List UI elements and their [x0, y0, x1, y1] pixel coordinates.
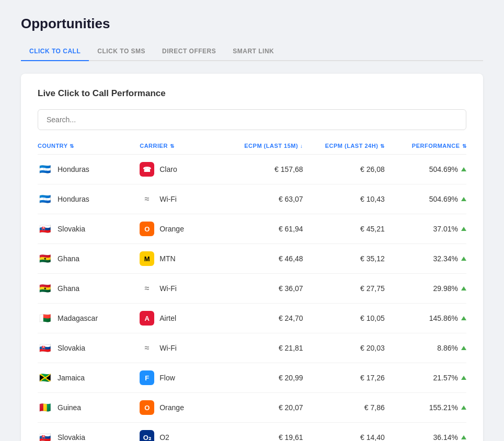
col-label-carrier: CARRIER: [140, 143, 168, 149]
sort-icon-carrier: ⇅: [170, 143, 175, 149]
performance-cell: 504.69%: [385, 195, 466, 203]
ecpm15m-cell: € 20,99: [221, 374, 303, 382]
performance-cell: 504.69%: [385, 165, 466, 173]
tab-smart-link[interactable]: SMART LINK: [224, 42, 282, 61]
country-cell: 🇸🇰 Slovakia: [38, 224, 140, 234]
ecpm15m-cell: € 157,68: [221, 165, 303, 173]
carrier-icon: M: [140, 251, 154, 266]
trend-up-icon: [461, 376, 466, 380]
trend-up-icon: [461, 405, 466, 410]
country-name: Slovakia: [58, 225, 85, 233]
trend-up-icon: [461, 435, 466, 439]
carrier-icon: ≈: [140, 192, 154, 206]
performance-cell: 155.21%: [385, 403, 466, 412]
ecpm15m-cell: € 20,07: [221, 403, 303, 412]
table-header: COUNTRY ⇅ CARRIER ⇅ ECPM (LAST 15M) ↓ EC…: [38, 143, 466, 155]
tab-click-to-call[interactable]: CLICK TO CALL: [21, 42, 89, 61]
ecpm15m-cell: € 21,81: [221, 344, 303, 352]
table-row: 🇯🇲 Jamaica F Flow € 20,99 € 17,26 21.57%: [38, 363, 466, 393]
sort-icon-performance: ⇅: [462, 143, 467, 149]
table-row: 🇸🇰 Slovakia O₂ O2 € 19,61 € 14,40 36.14%: [38, 423, 466, 441]
ecpm24h-cell: € 26,08: [303, 165, 385, 173]
carrier-name: Claro: [159, 165, 177, 173]
col-header-ecpm24h[interactable]: ECPM (LAST 24H) ⇅: [303, 143, 385, 149]
ecpm24h-cell: € 10,05: [303, 314, 385, 322]
carrier-name: Wi-Fi: [159, 195, 177, 203]
col-header-country[interactable]: COUNTRY ⇅: [38, 143, 140, 149]
carrier-name: MTN: [159, 254, 175, 263]
country-flag: 🇸🇰: [38, 343, 52, 353]
country-flag: 🇲🇬: [38, 313, 52, 323]
col-header-ecpm15m[interactable]: ECPM (LAST 15M) ↓: [221, 143, 303, 149]
performance-cell: 21.57%: [385, 374, 466, 382]
ecpm24h-cell: € 10,43: [303, 195, 385, 203]
performance-value: 32.34%: [433, 254, 458, 263]
search-container: [38, 109, 466, 130]
performance-cell: 8.86%: [385, 344, 466, 352]
country-cell: 🇸🇰 Slovakia: [38, 343, 140, 353]
col-label-ecpm24h: ECPM (LAST 24H): [325, 143, 379, 149]
country-flag: 🇸🇰: [38, 224, 52, 234]
tabs-bar: CLICK TO CALL CLICK TO SMS DIRECT OFFERS…: [21, 42, 483, 61]
ecpm15m-cell: € 36,07: [221, 284, 303, 293]
country-cell: 🇲🇬 Madagascar: [38, 313, 140, 323]
performance-cell: 32.34%: [385, 254, 466, 263]
ecpm24h-cell: € 45,21: [303, 225, 385, 233]
country-name: Ghana: [58, 284, 79, 293]
table-row: 🇲🇬 Madagascar A Airtel € 24,70 € 10,05 1…: [38, 304, 466, 333]
tab-direct-offers[interactable]: DIRECT OFFERS: [154, 42, 224, 61]
country-cell: 🇭🇳 Honduras: [38, 164, 140, 175]
country-name: Slovakia: [58, 433, 85, 441]
performance-value: 504.69%: [429, 165, 458, 173]
ecpm24h-cell: € 35,12: [303, 254, 385, 263]
ecpm24h-cell: € 14,40: [303, 433, 385, 441]
country-cell: 🇬🇭 Ghana: [38, 253, 140, 264]
performance-card: Live Click to Call Performance COUNTRY ⇅…: [21, 74, 483, 441]
col-header-performance[interactable]: PERFORMANCE ⇅: [385, 143, 466, 149]
performance-value: 504.69%: [429, 195, 458, 203]
carrier-cell: O₂ O2: [140, 430, 221, 441]
performance-value: 37.01%: [433, 225, 458, 233]
country-name: Ghana: [58, 254, 79, 263]
country-cell: 🇯🇲 Jamaica: [38, 373, 140, 383]
table-row: 🇭🇳 Honduras ≈ Wi-Fi € 63,07 € 10,43 504.…: [38, 184, 466, 214]
carrier-icon: ≈: [140, 281, 154, 296]
carrier-cell: F Flow: [140, 370, 221, 385]
carrier-cell: ≈ Wi-Fi: [140, 341, 221, 355]
performance-value: 29.98%: [433, 284, 458, 293]
country-cell: 🇬🇳 Guinea: [38, 402, 140, 413]
table-row: 🇸🇰 Slovakia ≈ Wi-Fi € 21,81 € 20,03 8.86…: [38, 333, 466, 363]
table-body: 🇭🇳 Honduras ☎ Claro € 157,68 € 26,08 504…: [38, 155, 466, 441]
ecpm24h-cell: € 17,26: [303, 374, 385, 382]
country-flag: 🇭🇳: [38, 164, 52, 175]
performance-cell: 29.98%: [385, 284, 466, 293]
trend-up-icon: [461, 167, 466, 171]
country-flag: 🇸🇰: [38, 432, 52, 441]
sort-icon-country: ⇅: [70, 143, 74, 149]
performance-cell: 37.01%: [385, 225, 466, 233]
carrier-name: Wi-Fi: [159, 344, 177, 352]
col-label-ecpm15m: ECPM (LAST 15M): [244, 143, 298, 149]
carrier-icon: A: [140, 311, 154, 326]
col-label-performance: PERFORMANCE: [412, 143, 460, 149]
col-header-carrier[interactable]: CARRIER ⇅: [140, 143, 221, 149]
country-name: Jamaica: [58, 374, 85, 382]
ecpm24h-cell: € 20,03: [303, 344, 385, 352]
carrier-icon: O: [140, 400, 154, 415]
tab-click-to-sms[interactable]: CLICK TO SMS: [89, 42, 154, 61]
trend-up-icon: [461, 286, 466, 291]
country-cell: 🇬🇭 Ghana: [38, 283, 140, 294]
country-name: Honduras: [58, 195, 89, 203]
country-flag: 🇬🇭: [38, 283, 52, 294]
carrier-cell: O Orange: [140, 222, 221, 236]
col-label-country: COUNTRY: [38, 143, 67, 149]
country-flag: 🇬🇭: [38, 253, 52, 264]
carrier-icon: ☎: [140, 162, 154, 177]
carrier-name: Orange: [159, 225, 184, 233]
country-cell: 🇭🇳 Honduras: [38, 194, 140, 204]
ecpm15m-cell: € 63,07: [221, 195, 303, 203]
carrier-name: Flow: [159, 374, 175, 382]
table-row: 🇬🇭 Ghana ≈ Wi-Fi € 36,07 € 27,75 29.98%: [38, 274, 466, 304]
search-input[interactable]: [38, 109, 466, 130]
carrier-cell: ≈ Wi-Fi: [140, 281, 221, 296]
